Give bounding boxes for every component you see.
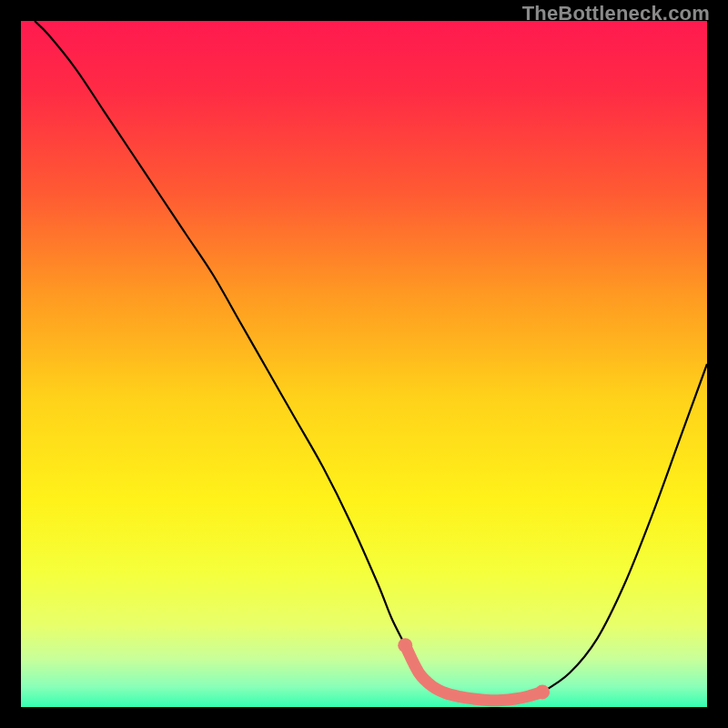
- optimal-range-end-dot: [535, 684, 550, 699]
- optimal-range-start-dot: [398, 638, 412, 652]
- plot-area: [21, 21, 707, 707]
- watermark: TheBottleneck.com: [522, 2, 710, 25]
- gradient-background: [21, 21, 707, 707]
- bottleneck-chart: [21, 21, 707, 707]
